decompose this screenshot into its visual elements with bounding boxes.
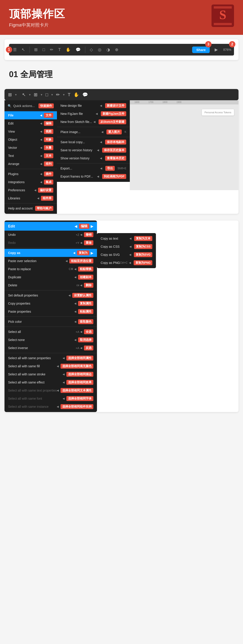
export-badge: 导出 — [105, 166, 115, 171]
submenu-save-local[interactable]: Save local copy... ◀ 保存本地副本 — [57, 138, 130, 146]
preferences-arrow: ◀ — [34, 188, 36, 192]
menu-item-plugins[interactable]: Plugins ◀ 插件 — [5, 170, 57, 178]
submenu-new-sketch[interactable]: New from Sketch file... ◀ 从Sketch文件新建 — [57, 118, 130, 126]
canvas-label: Personal Access Tokens — [202, 109, 234, 116]
share-button[interactable]: Share — [192, 46, 210, 53]
menu-item-edit[interactable]: Edit ◀ 编辑 — [5, 119, 57, 128]
paste-over-badge: 粘贴至所选位置 — [69, 258, 93, 264]
svg-text:S: S — [219, 8, 226, 22]
menu-item-text[interactable]: Text ◀ 文本 — [5, 152, 57, 160]
edit-same-effect[interactable]: Select all with same effect ◀ 选择全部相同效果 — [5, 378, 97, 386]
menu-item-arrange[interactable]: Arrange ◀ 排列 — [5, 160, 57, 168]
edit-same-font[interactable]: Select all with same font ◀ 选择全部相同字体 — [5, 394, 97, 402]
edit-section-wrapper: Edit ◀ 编辑 ▶ Undo +Z ◀ 撤销 Redo +Y ◀ 重做 — [5, 220, 238, 412]
menu-item-libraries[interactable]: Libraries ◀ 组件库 — [5, 194, 57, 202]
menu-item-help[interactable]: Help and account 帮助与账户 — [5, 204, 57, 212]
figma-hand-icon[interactable]: ✋ — [74, 92, 79, 97]
figma-frame-icon[interactable]: ⊞ — [34, 92, 38, 97]
copy-as-right-arrow: ▶ — [91, 251, 93, 255]
export-pdf-badge: 到处画框为PDF — [102, 174, 126, 179]
figma-text-icon[interactable]: T — [68, 92, 70, 97]
copy-as-text[interactable]: Copy as text ◀ 复制为文本 — [97, 234, 156, 242]
component-icon[interactable]: ◇ — [88, 46, 94, 53]
submenu-place-image[interactable]: Place image... ◀ 置入图片 K — [57, 128, 130, 136]
edit-paste-props[interactable]: Paste properties ◀ 粘贴属性 — [5, 308, 97, 316]
submenu-show-version[interactable]: Show version history ◀ 查看版本历史 — [57, 154, 130, 162]
submenu-new-design[interactable]: New design file ◀ 新建设计文件 — [57, 102, 130, 110]
frame-icon[interactable]: ⊞ — [33, 46, 39, 53]
new-design-badge: 新建设计文件 — [105, 103, 126, 108]
paste-replace-badge: 粘贴替换 — [78, 266, 93, 272]
edit-undo[interactable]: Undo +Z ◀ 撤销 — [5, 231, 97, 239]
copy-as-png-arrow: ◀ — [129, 261, 131, 264]
copy-as-css[interactable]: Copy as CSS ◀ 复制为CSS — [97, 242, 156, 251]
edit-same-props[interactable]: Select all with same properties ◀ 选择全部相同… — [5, 354, 97, 362]
copy-as-png[interactable]: Copy as PNG Ctrl+C ◀ 复制为PNG — [97, 259, 156, 267]
pick-color-arrow: ◀ — [74, 320, 76, 323]
edit-header-row[interactable]: Edit ◀ 编辑 ▶ — [5, 222, 97, 231]
copy-props-arrow: ◀ — [74, 302, 76, 305]
edit-same-text-props[interactable]: Select all with same text properties ◀ 选… — [5, 386, 97, 394]
edit-copy-props[interactable]: Copy properties ◀ 复制属性 — [5, 300, 97, 308]
figma-move-icon[interactable]: ↖ — [22, 92, 26, 97]
edit-delete[interactable]: Delete ce ◀ 删除 — [5, 281, 97, 289]
edit-pick-color[interactable]: Pick color ◀ 吸取颜色 — [5, 318, 97, 326]
help-badge: 帮助与账户 — [35, 206, 53, 211]
toolbar-preview-wrapper: 1 ☰ ↖ ⊞ □ ✏ T ✋ 💬 ◇ ◎ ◑ ⊕ Share ▶ 876% 2… — [5, 39, 238, 60]
text-icon[interactable]: T — [57, 46, 62, 53]
edit-same-fill[interactable]: Select all with same fill ◀ 选择全部相同填充颜色 — [5, 362, 97, 370]
new-figjam-arrow: ◀ — [96, 112, 98, 115]
edit-paste-over[interactable]: Paste over selection ◀ 粘贴至所选位置 — [5, 257, 97, 265]
edit-header-arrow2: ▶ — [91, 224, 93, 228]
preferences-badge: 偏好设置 — [38, 188, 53, 193]
menu-icon[interactable]: ☰ — [12, 46, 18, 53]
move-icon[interactable]: ↖ — [20, 46, 26, 53]
zoom-level[interactable]: 876% — [223, 48, 231, 52]
paste-props-arrow: ◀ — [74, 310, 76, 313]
comment-icon[interactable]: 💬 — [74, 46, 82, 53]
quick-actions-row[interactable]: 🔍 Quick actions... 快速操作 — [5, 102, 57, 110]
more-icon[interactable]: ⊕ — [114, 46, 120, 53]
copy-as-text-badge: 复制为文本 — [134, 236, 152, 241]
pen-icon[interactable]: ✏ — [49, 46, 55, 53]
menu-item-file[interactable]: File ◀ 文件 — [5, 111, 57, 119]
figma-move-sep: ▾ — [29, 93, 31, 96]
paste-replace-shortcut: C⌘ — [69, 268, 74, 271]
view-arrow: ◀ — [40, 130, 42, 133]
menu-item-preferences[interactable]: Preferences ◀ 偏好设置 — [5, 186, 57, 194]
submenu-export[interactable]: Export... ◀ 导出 Shift+E — [57, 164, 130, 172]
submenu-new-figjam[interactable]: New FigJam file ◀ 新建FigJam文件 — [57, 110, 130, 118]
save-version-badge: 保存至历史版本 — [102, 148, 126, 153]
edit-select-all[interactable]: Select all +A ◀ 全选 — [5, 328, 97, 336]
edit-select-none[interactable]: Select none ◀ 取消选择 — [5, 336, 97, 344]
edit-redo[interactable]: Redo +Y ◀ 重做 — [5, 239, 97, 247]
menu-item-integrations[interactable]: Integrations ◀ 集成 — [5, 178, 57, 186]
bottom-spacer — [0, 419, 243, 428]
submenu-export-pdf[interactable]: Export frames to PDF... ◀ 到处画框为PDF — [57, 172, 130, 180]
shape-icon[interactable]: □ — [41, 46, 46, 53]
edit-same-instance[interactable]: Select all with same instance ◀ 选择全部相同组件… — [5, 402, 97, 411]
edit-paste-replace[interactable]: Paste to replace C⌘ ◀ 粘贴替换 — [5, 265, 97, 273]
delete-badge: 删除 — [84, 283, 93, 288]
redo-arrow: ◀ — [80, 241, 82, 244]
copy-as-submenu-wrapper: Copy as text ◀ 复制为文本 Copy as CSS ◀ 复制为CS… — [97, 220, 156, 268]
figma-shape-icon[interactable]: □ — [46, 92, 48, 97]
figma-comment-icon[interactable]: 💬 — [82, 92, 88, 97]
copy-as-svg-arrow: ◀ — [129, 253, 131, 256]
edit-duplicate[interactable]: Duplicate ◀ 创建副本 — [5, 273, 97, 281]
edit-select-inverse[interactable]: Select inverse +A ◀ 反选 — [5, 344, 97, 352]
mask-icon[interactable]: ◎ — [97, 46, 103, 53]
theme-icon[interactable]: ◑ — [105, 46, 111, 53]
submenu-save-version[interactable]: Save to version history ◀ 保存至历史版本 — [57, 146, 130, 154]
play-icon[interactable]: ▶ — [213, 46, 219, 53]
edit-copy-as[interactable]: Copy as ◀ 复制为 ▶ — [5, 249, 97, 257]
menu-item-vector[interactable]: Vector ◀ 矢量 — [5, 144, 57, 152]
edit-same-stroke[interactable]: Select all with same stroke ◀ 选择全部相同描边 — [5, 370, 97, 378]
hand-icon[interactable]: ✋ — [64, 46, 72, 53]
edit-set-default[interactable]: Set default properties ◀ 设置默认属性 — [5, 291, 97, 300]
figma-pen-icon[interactable]: ✏ — [56, 92, 60, 97]
figma-menu-icon[interactable]: ⊞ — [8, 92, 12, 97]
menu-item-object[interactable]: Object ◀ 对象 — [5, 136, 57, 144]
copy-as-svg[interactable]: Copy as SVG ◀ 复制为SVG — [97, 251, 156, 259]
menu-item-view[interactable]: View ◀ 视图 — [5, 128, 57, 136]
